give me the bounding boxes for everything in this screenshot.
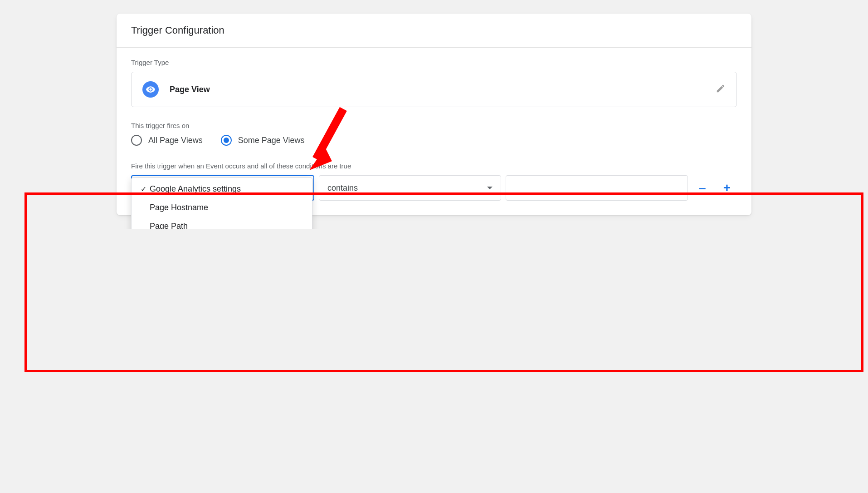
radio-dot — [224, 138, 229, 143]
fires-on-section: This trigger fires on All Page Views Som… — [131, 122, 737, 146]
check-icon: ✓ — [141, 185, 150, 193]
radio-circle-all — [131, 135, 142, 146]
trigger-type-left: Page View — [142, 81, 210, 98]
radio-label-all: All Page Views — [148, 136, 203, 145]
condition-value-input[interactable] — [506, 175, 688, 201]
radio-circle-some — [221, 135, 232, 146]
remove-condition-button[interactable]: – — [692, 181, 712, 195]
dropdown-item-ga-settings[interactable]: ✓ Google Analytics settings — [132, 180, 312, 198]
variable-dropdown-menu: ✓ Google Analytics settings Page Hostnam… — [131, 177, 312, 229]
pencil-icon[interactable] — [716, 84, 726, 95]
dropdown-item-page-hostname[interactable]: Page Hostname — [132, 198, 312, 217]
card-title: Trigger Configuration — [131, 25, 737, 36]
eye-icon — [142, 81, 159, 98]
trigger-type-name: Page View — [170, 85, 210, 94]
trigger-type-box[interactable]: Page View — [131, 72, 737, 107]
conditions-section: Fire this trigger when an Event occurs a… — [131, 162, 737, 201]
dropdown-item-label: Page Path — [150, 222, 188, 229]
operator-select-value: contains — [327, 183, 358, 193]
trigger-config-card: Trigger Configuration Trigger Type Page … — [117, 14, 751, 215]
add-condition-button[interactable]: + — [717, 181, 737, 195]
radio-some-page-views[interactable]: Some Page Views — [221, 135, 305, 146]
radio-group: All Page Views Some Page Views — [131, 135, 737, 146]
dropdown-item-page-path[interactable]: Page Path — [132, 217, 312, 229]
operator-select[interactable]: contains — [319, 175, 501, 201]
trigger-type-label: Trigger Type — [131, 59, 737, 66]
conditions-label: Fire this trigger when an Event occurs a… — [131, 162, 737, 170]
dropdown-item-label: Page Hostname — [150, 203, 208, 212]
chevron-down-icon — [487, 187, 493, 189]
radio-label-some: Some Page Views — [238, 136, 305, 145]
dropdown-item-label: Google Analytics settings — [150, 184, 241, 194]
fires-on-label: This trigger fires on — [131, 122, 737, 129]
radio-all-page-views[interactable]: All Page Views — [131, 135, 203, 146]
card-body: Trigger Type Page View This trigger fire… — [117, 48, 751, 215]
trigger-type-section: Trigger Type Page View — [131, 59, 737, 107]
card-header: Trigger Configuration — [117, 14, 751, 48]
